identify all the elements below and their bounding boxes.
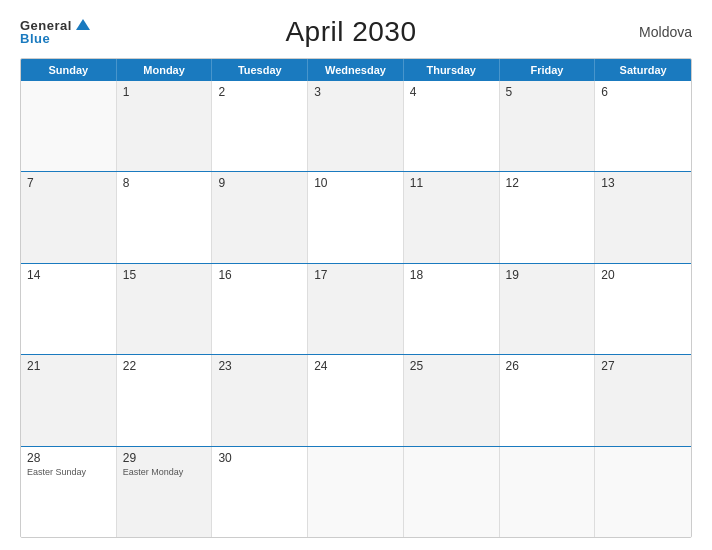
cell-w2-sun: 7	[21, 172, 117, 262]
cell-w2-sat: 13	[595, 172, 691, 262]
cell-w1-sun	[21, 81, 117, 171]
header-tuesday: Tuesday	[212, 59, 308, 81]
week-3: 14 15 16 17 18 19 20	[21, 264, 691, 355]
cell-w2-wed: 10	[308, 172, 404, 262]
header-saturday: Saturday	[595, 59, 691, 81]
cell-w5-wed	[308, 447, 404, 537]
page: General Blue April 2030 Moldova Sunday M…	[0, 0, 712, 550]
week-1: 1 2 3 4 5 6	[21, 81, 691, 172]
header-monday: Monday	[117, 59, 213, 81]
logo-triangle-icon	[76, 19, 90, 30]
cell-w1-fri: 5	[500, 81, 596, 171]
cell-w2-fri: 12	[500, 172, 596, 262]
cell-w4-mon: 22	[117, 355, 213, 445]
cell-w1-mon: 1	[117, 81, 213, 171]
cell-w1-thu: 4	[404, 81, 500, 171]
cell-w4-sat: 27	[595, 355, 691, 445]
cell-w3-sat: 20	[595, 264, 691, 354]
cell-w4-wed: 24	[308, 355, 404, 445]
cell-w5-fri	[500, 447, 596, 537]
cell-w4-thu: 25	[404, 355, 500, 445]
cell-w3-sun: 14	[21, 264, 117, 354]
cell-w3-thu: 18	[404, 264, 500, 354]
cell-w1-wed: 3	[308, 81, 404, 171]
cell-w5-sat	[595, 447, 691, 537]
header: General Blue April 2030 Moldova	[20, 16, 692, 48]
cell-w5-sun: 28 Easter Sunday	[21, 447, 117, 537]
cell-w3-fri: 19	[500, 264, 596, 354]
country-label: Moldova	[612, 24, 692, 40]
header-sunday: Sunday	[21, 59, 117, 81]
cell-w1-sat: 6	[595, 81, 691, 171]
logo: General Blue	[20, 19, 90, 45]
calendar-header: Sunday Monday Tuesday Wednesday Thursday…	[21, 59, 691, 81]
cell-w3-tue: 16	[212, 264, 308, 354]
calendar-body: 1 2 3 4 5 6 7 8 9 10 11 12 13 14 15	[21, 81, 691, 537]
cell-w2-thu: 11	[404, 172, 500, 262]
calendar-title: April 2030	[90, 16, 612, 48]
week-2: 7 8 9 10 11 12 13	[21, 172, 691, 263]
cell-w2-mon: 8	[117, 172, 213, 262]
logo-blue-text: Blue	[20, 32, 50, 45]
cell-w5-tue: 30	[212, 447, 308, 537]
cell-w4-fri: 26	[500, 355, 596, 445]
cell-w4-sun: 21	[21, 355, 117, 445]
cell-w2-tue: 9	[212, 172, 308, 262]
cell-w4-tue: 23	[212, 355, 308, 445]
cell-w3-wed: 17	[308, 264, 404, 354]
cell-w5-thu	[404, 447, 500, 537]
header-wednesday: Wednesday	[308, 59, 404, 81]
cell-w5-mon: 29 Easter Monday	[117, 447, 213, 537]
cell-w3-mon: 15	[117, 264, 213, 354]
calendar: Sunday Monday Tuesday Wednesday Thursday…	[20, 58, 692, 538]
cell-w1-tue: 2	[212, 81, 308, 171]
week-5: 28 Easter Sunday 29 Easter Monday 30	[21, 447, 691, 537]
header-thursday: Thursday	[404, 59, 500, 81]
week-4: 21 22 23 24 25 26 27	[21, 355, 691, 446]
header-friday: Friday	[500, 59, 596, 81]
